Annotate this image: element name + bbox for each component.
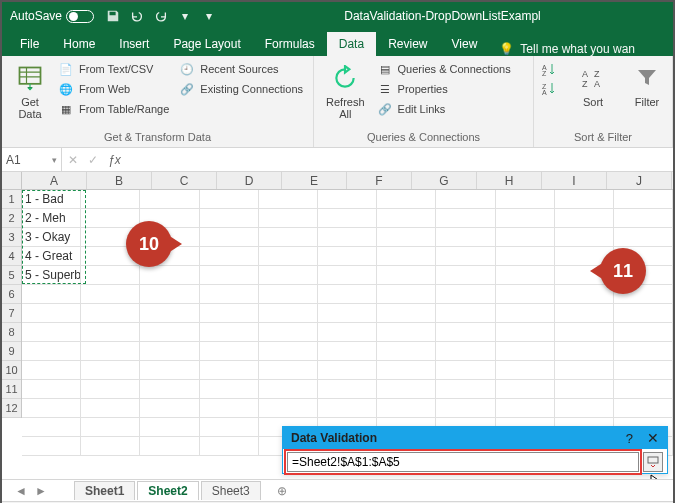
cell[interactable] <box>200 228 259 247</box>
cell[interactable] <box>377 399 436 418</box>
cell[interactable] <box>22 285 81 304</box>
cell[interactable] <box>259 342 318 361</box>
cell[interactable] <box>140 304 199 323</box>
cell[interactable] <box>200 380 259 399</box>
cell[interactable]: 3 - Okay <box>22 228 81 247</box>
cell[interactable] <box>496 323 555 342</box>
cell[interactable] <box>436 247 495 266</box>
cell[interactable] <box>555 190 614 209</box>
cell[interactable] <box>81 304 140 323</box>
cell[interactable] <box>81 342 140 361</box>
cell[interactable] <box>81 323 140 342</box>
cell[interactable] <box>555 209 614 228</box>
cell[interactable] <box>436 209 495 228</box>
cell[interactable] <box>22 380 81 399</box>
cell[interactable] <box>377 190 436 209</box>
column-header[interactable]: J <box>607 172 672 189</box>
cell[interactable] <box>259 304 318 323</box>
cell[interactable] <box>436 399 495 418</box>
accept-entry-icon[interactable]: ✓ <box>88 153 98 167</box>
sort-button[interactable]: AZZA Sort <box>573 60 613 110</box>
from-table-button[interactable]: ▦From Table/Range <box>56 100 171 118</box>
cell[interactable] <box>614 304 673 323</box>
tab-view[interactable]: View <box>440 32 490 56</box>
help-icon[interactable]: ? <box>626 431 633 446</box>
cell[interactable] <box>496 399 555 418</box>
column-header[interactable]: I <box>542 172 607 189</box>
tab-data[interactable]: Data <box>327 32 376 56</box>
sheet-tab-1[interactable]: Sheet1 <box>74 481 135 500</box>
cell[interactable] <box>259 323 318 342</box>
cell[interactable] <box>436 304 495 323</box>
cell[interactable] <box>22 437 81 456</box>
cell[interactable] <box>614 228 673 247</box>
cell[interactable] <box>496 285 555 304</box>
cell[interactable] <box>377 380 436 399</box>
cell[interactable] <box>200 361 259 380</box>
cell[interactable] <box>140 342 199 361</box>
column-header[interactable]: B <box>87 172 152 189</box>
cell[interactable] <box>259 380 318 399</box>
cell[interactable] <box>259 285 318 304</box>
cell[interactable] <box>318 304 377 323</box>
sheet-nav-prev[interactable]: ◄ <box>12 484 30 498</box>
cell[interactable] <box>318 323 377 342</box>
cell[interactable] <box>377 247 436 266</box>
cell[interactable] <box>259 190 318 209</box>
cell[interactable] <box>81 266 140 285</box>
source-range-input[interactable] <box>287 452 639 472</box>
row-header[interactable]: 6 <box>2 285 21 304</box>
cell[interactable] <box>555 380 614 399</box>
cell[interactable] <box>614 399 673 418</box>
cell[interactable] <box>81 437 140 456</box>
sheet-tab-2[interactable]: Sheet2 <box>137 481 198 500</box>
dialog-titlebar[interactable]: Data Validation ? ✕ <box>283 427 667 449</box>
undo-icon[interactable] <box>130 9 144 23</box>
cell[interactable] <box>436 285 495 304</box>
cell[interactable] <box>259 247 318 266</box>
sort-desc-button[interactable]: ZA <box>539 79 559 97</box>
cell[interactable] <box>22 399 81 418</box>
tell-me-search[interactable]: 💡 Tell me what you wan <box>489 42 673 56</box>
cell[interactable] <box>140 437 199 456</box>
cell[interactable] <box>140 361 199 380</box>
cell[interactable] <box>140 190 199 209</box>
cell[interactable] <box>140 399 199 418</box>
cell[interactable] <box>318 361 377 380</box>
from-text-csv-button[interactable]: 📄From Text/CSV <box>56 60 171 78</box>
row-header[interactable]: 1 <box>2 190 21 209</box>
cell[interactable] <box>81 190 140 209</box>
queries-connections-button[interactable]: ▤Queries & Connections <box>375 60 513 78</box>
cell[interactable] <box>496 342 555 361</box>
cell[interactable] <box>436 190 495 209</box>
cell[interactable] <box>200 209 259 228</box>
tab-review[interactable]: Review <box>376 32 439 56</box>
cell[interactable] <box>496 228 555 247</box>
cell[interactable] <box>496 209 555 228</box>
cancel-entry-icon[interactable]: ✕ <box>68 153 78 167</box>
column-header[interactable]: A <box>22 172 87 189</box>
cell[interactable] <box>200 418 259 437</box>
select-all-corner[interactable] <box>2 172 22 190</box>
column-header[interactable]: C <box>152 172 217 189</box>
cell[interactable] <box>377 266 436 285</box>
column-header[interactable]: D <box>217 172 282 189</box>
cell[interactable]: 1 - Bad <box>22 190 81 209</box>
cell[interactable] <box>81 209 140 228</box>
cell[interactable] <box>555 342 614 361</box>
cell[interactable] <box>259 399 318 418</box>
cell[interactable] <box>377 342 436 361</box>
cell[interactable] <box>318 285 377 304</box>
cell[interactable] <box>200 266 259 285</box>
add-sheet-button[interactable]: ⊕ <box>273 482 291 500</box>
cell[interactable] <box>496 361 555 380</box>
cell[interactable] <box>259 228 318 247</box>
cell[interactable] <box>81 380 140 399</box>
cell[interactable] <box>377 228 436 247</box>
row-header[interactable]: 2 <box>2 209 21 228</box>
filter-button[interactable]: Filter <box>627 60 667 110</box>
existing-connections-button[interactable]: 🔗Existing Connections <box>177 80 305 98</box>
tab-insert[interactable]: Insert <box>107 32 161 56</box>
cell[interactable] <box>200 437 259 456</box>
tab-file[interactable]: File <box>8 32 51 56</box>
